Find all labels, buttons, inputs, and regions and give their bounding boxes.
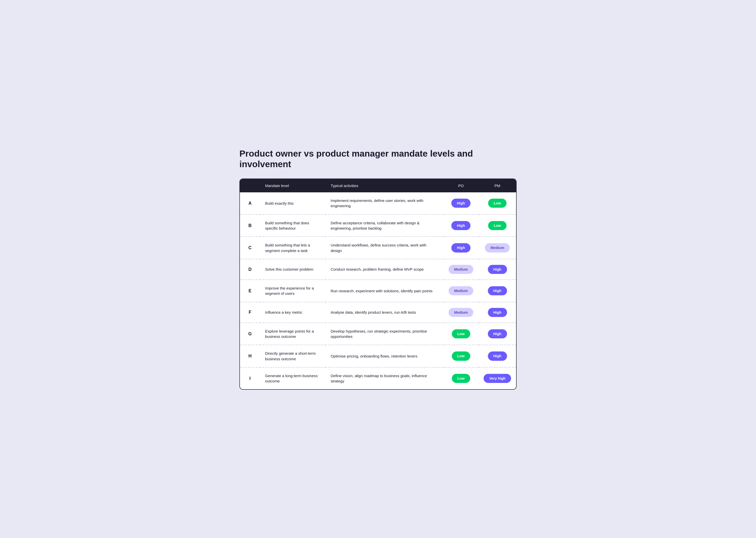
- pm-badge: High: [488, 265, 507, 274]
- row-letter: G: [240, 323, 260, 345]
- row-activities: Implement requirements, define user stor…: [326, 192, 443, 214]
- po-badge: Low: [452, 351, 470, 360]
- table-row: B Build something that does specific beh…: [240, 214, 516, 237]
- row-letter: E: [240, 280, 260, 302]
- row-activities: Develop hypotheses, run strategic experi…: [326, 323, 443, 345]
- row-po: Medium: [443, 259, 478, 280]
- row-po: High: [443, 214, 478, 237]
- row-pm: High: [478, 345, 516, 367]
- table-row: G Explore leverage points for a business…: [240, 323, 516, 345]
- row-mandate: Build something that lets a segment comp…: [260, 237, 326, 259]
- row-mandate: Explore leverage points for a business o…: [260, 323, 326, 345]
- pm-badge: Low: [488, 199, 507, 208]
- row-mandate: Improve the experience for a segment of …: [260, 280, 326, 302]
- row-pm: High: [478, 280, 516, 302]
- row-activities: Define vision, align roadmap to business…: [326, 367, 443, 390]
- row-po: Medium: [443, 302, 478, 323]
- row-activities: Run research, experiment with solutions,…: [326, 280, 443, 302]
- row-letter: F: [240, 302, 260, 323]
- row-letter: H: [240, 345, 260, 367]
- row-pm: Low: [478, 214, 516, 237]
- pm-badge: High: [488, 329, 507, 338]
- col-header-po: PO: [443, 179, 478, 192]
- row-mandate: Solve this customer problem: [260, 259, 326, 280]
- row-mandate: Influence a key metric: [260, 302, 326, 323]
- po-badge: High: [451, 221, 471, 230]
- pm-badge: Medium: [485, 243, 510, 252]
- page-title: Product owner vs product manager mandate…: [239, 148, 517, 169]
- row-mandate: Build something that does specific behav…: [260, 214, 326, 237]
- po-badge: High: [451, 243, 471, 252]
- row-po: High: [443, 192, 478, 214]
- row-pm: Very high: [478, 367, 516, 390]
- row-po: Low: [443, 367, 478, 390]
- pm-badge: High: [488, 351, 507, 360]
- po-badge: Low: [452, 374, 470, 383]
- main-table: Mandate level Typical activities PO PM A…: [240, 179, 516, 389]
- table-header-row: Mandate level Typical activities PO PM: [240, 179, 516, 192]
- po-badge: Medium: [449, 265, 473, 274]
- po-badge: High: [451, 199, 471, 208]
- row-activities: Optimise pricing, onboarding flows, rete…: [326, 345, 443, 367]
- row-pm: High: [478, 259, 516, 280]
- pm-badge: Very high: [483, 374, 511, 383]
- row-pm: High: [478, 302, 516, 323]
- row-letter: C: [240, 237, 260, 259]
- row-letter: A: [240, 192, 260, 214]
- table-row: A Build exactly this Implement requireme…: [240, 192, 516, 214]
- row-letter: B: [240, 214, 260, 237]
- row-activities: Define acceptance criteria, collaborate …: [326, 214, 443, 237]
- table-row: E Improve the experience for a segment o…: [240, 280, 516, 302]
- row-activities: Analyse data, identify product levers, r…: [326, 302, 443, 323]
- row-activities: Conduct research, problem framing, defin…: [326, 259, 443, 280]
- table-row: C Build something that lets a segment co…: [240, 237, 516, 259]
- table-row: D Solve this customer problem Conduct re…: [240, 259, 516, 280]
- row-po: Low: [443, 323, 478, 345]
- po-badge: Medium: [449, 286, 473, 295]
- col-header-activities: Typical activities: [326, 179, 443, 192]
- row-activities: Understand workflows, define success cri…: [326, 237, 443, 259]
- pm-badge: Low: [488, 221, 507, 230]
- col-header-letter: [240, 179, 260, 192]
- row-mandate: Directly generate a short-term business …: [260, 345, 326, 367]
- table-row: H Directly generate a short-term busines…: [240, 345, 516, 367]
- row-letter: I: [240, 367, 260, 390]
- row-letter: D: [240, 259, 260, 280]
- row-mandate: Build exactly this: [260, 192, 326, 214]
- row-pm: Medium: [478, 237, 516, 259]
- page-wrapper: Product owner vs product manager mandate…: [239, 148, 517, 390]
- row-mandate: Generate a long-term business outcome: [260, 367, 326, 390]
- pm-badge: High: [488, 308, 507, 317]
- po-badge: Low: [452, 329, 470, 338]
- table-row: F Influence a key metric Analyse data, i…: [240, 302, 516, 323]
- col-header-mandate: Mandate level: [260, 179, 326, 192]
- table-row: I Generate a long-term business outcome …: [240, 367, 516, 390]
- row-pm: Low: [478, 192, 516, 214]
- row-po: High: [443, 237, 478, 259]
- table-container: Mandate level Typical activities PO PM A…: [239, 179, 517, 390]
- row-po: Low: [443, 345, 478, 367]
- row-pm: High: [478, 323, 516, 345]
- pm-badge: High: [488, 286, 507, 295]
- po-badge: Medium: [449, 308, 473, 317]
- col-header-pm: PM: [478, 179, 516, 192]
- row-po: Medium: [443, 280, 478, 302]
